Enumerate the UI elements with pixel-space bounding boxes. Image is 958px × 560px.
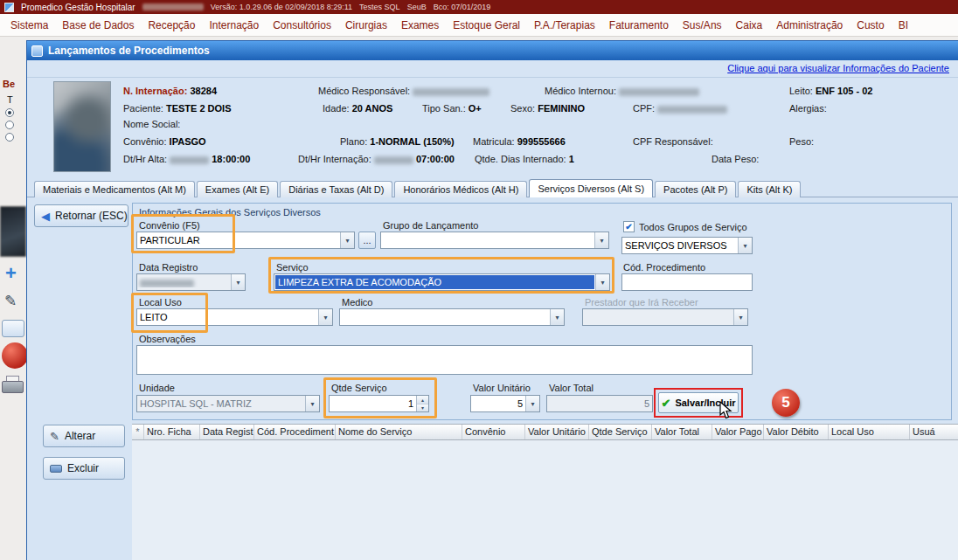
edit-pencil-icon[interactable]: ✎ [4, 292, 17, 310]
chevron-down-icon[interactable]: ▾ [318, 309, 332, 325]
tab-honorarios-medicos[interactable]: Honorários Médicos (Alt H) [394, 181, 527, 197]
lancamentos-window: Lançamentos de Procedimentos Clique aqui… [26, 40, 958, 560]
medico-combo[interactable]: ▾ [339, 308, 565, 326]
menu-item-faturamento[interactable]: Faturamento [602, 16, 676, 35]
grupo-servico-combo[interactable]: SERVIÇOS DIVERSOS ▾ [621, 237, 753, 254]
menu-item-administracao[interactable]: Administração [769, 16, 850, 35]
cod-procedimento-input[interactable] [621, 273, 753, 291]
record-icon[interactable] [2, 342, 28, 369]
link-row: Clique aqui para visualizar Informações … [27, 60, 958, 78]
servico-combo[interactable]: LIMPEZA EXTRA DE ACOMODAÇÃO ▾ [274, 273, 610, 291]
menu-item-bi[interactable]: BI [892, 16, 915, 35]
observacoes-textarea[interactable] [136, 345, 753, 375]
chevron-down-icon[interactable]: ▾ [231, 274, 245, 290]
patient-medico-responsavel: Médico Responsável: [318, 86, 489, 96]
app-version-text: Versão: 1.0.29.06 de 02/09/2018 8:29:11 [211, 3, 352, 11]
valor-total-input: 5 [546, 395, 653, 412]
menu-item-caixa[interactable]: Caixa [729, 16, 770, 35]
unidade-combo[interactable]: HOSPITAL SQL - MATRIZ ▾ [136, 395, 320, 412]
salvar-incluir-button[interactable]: ✔ Salvar/Incluir [658, 392, 739, 413]
grid-col-cod-procedimento[interactable]: Cód. Procediment [254, 425, 336, 439]
grid-col-convenio[interactable]: Convênio [462, 425, 525, 439]
radio-button[interactable] [5, 133, 14, 142]
menu-item-cirurgias[interactable]: Cirurgias [338, 16, 394, 35]
grid-body[interactable] [132, 440, 958, 560]
spinner-buttons: ▴ ▾ [416, 396, 428, 411]
alterar-button[interactable]: ✎ Alterar [43, 425, 125, 447]
parent-panel-text-2: T [7, 94, 13, 105]
chevron-down-icon[interactable]: ▾ [305, 396, 319, 411]
grid-col-nro-ficha[interactable]: Nro. Ficha [144, 425, 200, 439]
app-title: Promedico Gestão Hospitalar [21, 3, 135, 12]
menu-item-pa-terapias[interactable]: P.A./Terapias [527, 16, 602, 35]
patient-nome-social: Nome Social: [123, 119, 180, 129]
parent-panel-text: Be [3, 79, 15, 89]
patient-photo-blur [53, 81, 111, 172]
grid-col-valor-debito[interactable]: Valor Débito [764, 425, 829, 439]
app-titlebar: Promedico Gestão Hospitalar Versão: 1.0.… [0, 0, 958, 14]
menu-item-recepcao[interactable]: Recepção [141, 16, 202, 35]
grid-col-valor-unitario[interactable]: Valor Unitário [525, 425, 589, 439]
chevron-down-icon[interactable]: ▾ [340, 232, 354, 248]
add-icon[interactable]: + [5, 264, 17, 283]
check-icon: ✔ [662, 398, 671, 409]
grid-col-valor-pago[interactable]: Valor Pago [712, 425, 764, 439]
radio-button[interactable] [5, 108, 14, 117]
edit-pencil-icon: ✎ [50, 431, 59, 442]
patient-dthr-alta: Dt/Hr Alta: 18:00:00 [123, 154, 250, 164]
menu-item-internacao[interactable]: Internação [202, 16, 266, 35]
grid-col-usuario[interactable]: Usuá [910, 425, 958, 439]
app-date-text: Bco: 07/01/2019 [434, 3, 491, 11]
printer-icon[interactable] [2, 381, 24, 393]
chevron-down-icon[interactable]: ▾ [738, 238, 752, 253]
valor-unitario-input[interactable]: 5 ▾ [470, 395, 540, 412]
tab-kits[interactable]: Kits (Alt K) [738, 181, 801, 197]
cod-procedimento-label: Cód. Procedimento [623, 262, 705, 273]
chevron-down-icon[interactable]: ▾ [525, 396, 539, 411]
menu-item-custo[interactable]: Custo [850, 16, 891, 35]
convenio-ellipsis-button[interactable]: ... [358, 232, 376, 249]
patient-photo [53, 81, 111, 172]
grid-col-valor-total[interactable]: Valor Total [652, 425, 712, 439]
menu-item-consultorios[interactable]: Consultórios [266, 16, 338, 35]
back-arrow-icon: ◀ [41, 211, 50, 222]
grid-col-local-uso[interactable]: Local Uso [829, 425, 910, 439]
radio-button[interactable] [5, 121, 14, 129]
tab-materiais-medicamentos[interactable]: Materiais e Medicamentos (Alt M) [34, 181, 195, 197]
grupo-lancamento-combo[interactable]: ▾ [380, 232, 609, 249]
chevron-down-icon[interactable]: ▾ [595, 274, 609, 290]
tab-pacotes[interactable]: Pacotes (Alt P) [655, 181, 736, 197]
grid-asterisk-icon: * [132, 425, 144, 439]
tab-diarias-taxas[interactable]: Diárias e Taxas (Alt D) [280, 181, 392, 197]
convenio-combo[interactable]: PARTICULAR ▾ [136, 232, 355, 249]
toolbar-button-fragment[interactable] [2, 320, 24, 337]
menu-item-exames[interactable]: Exames [394, 16, 446, 35]
spinner-down-icon[interactable]: ▾ [417, 404, 428, 412]
menu-item-sistema[interactable]: Sistema [3, 16, 55, 35]
todos-grupos-checkbox[interactable]: ✔ [623, 221, 635, 232]
data-registro-label: Data Registro [139, 262, 198, 273]
prestador-label: Prestador que Irá Receber [585, 297, 698, 308]
servico-selected-text: LIMPEZA EXTRA DE ACOMODAÇÃO [275, 275, 594, 289]
grid-col-qtde-servico[interactable]: Qtde Serviço [589, 425, 652, 439]
tab-exames[interactable]: Exames (Alt E) [197, 181, 278, 197]
chevron-down-icon[interactable]: ▾ [594, 232, 608, 248]
observacoes-label: Observações [139, 334, 196, 344]
chevron-down-icon[interactable]: ▾ [550, 309, 564, 325]
menu-bar: Sistema Base de Dados Recepção Internaçã… [0, 14, 958, 37]
patient-plano: Plano: 1-NORMAL (150%) [340, 136, 455, 147]
menu-item-base-de-dados[interactable]: Base de Dados [55, 16, 141, 35]
excluir-button[interactable]: Excluir [43, 457, 125, 480]
grid-col-data-registro[interactable]: Data Regist [200, 425, 254, 439]
retornar-button[interactable]: ◀ Retornar (ESC) [34, 204, 128, 227]
qtde-servico-spinner[interactable]: 1 ▴ ▾ [329, 395, 429, 412]
menu-item-estoque-geral[interactable]: Estoque Geral [446, 16, 527, 35]
tab-servicos-diversos[interactable]: Serviços Diversos (Alt S) [529, 179, 653, 197]
group-box-title: Informações Gerais dos Serviços Diversos [139, 207, 321, 218]
patient-info-link[interactable]: Clique aqui para visualizar Informações … [727, 63, 949, 73]
data-registro-picker[interactable]: ▾ [136, 273, 246, 291]
menu-item-sus-ans[interactable]: Sus/Ans [676, 16, 729, 35]
local-uso-combo[interactable]: LEITO ▾ [136, 308, 333, 326]
spinner-up-icon[interactable]: ▴ [417, 396, 428, 404]
grid-col-nome-servico[interactable]: Nome do Serviço [336, 425, 462, 439]
